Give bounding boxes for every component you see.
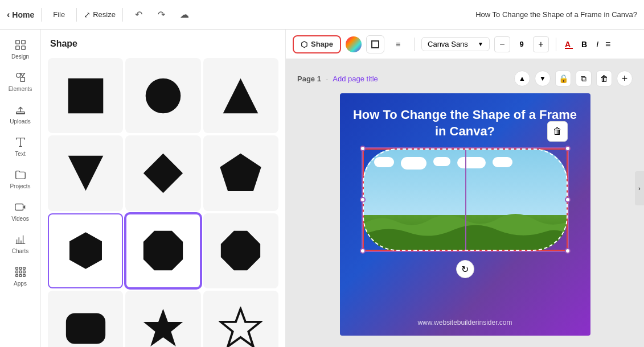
upload-icon [14, 104, 27, 116]
sidebar: Design Elements Uploads Text [0, 30, 41, 347]
star-solid-shape-icon [141, 307, 185, 347]
sidebar-item-uploads[interactable]: Uploads [2, 99, 39, 129]
handle-bottom-right[interactable] [565, 248, 571, 254]
octagon-shape-icon [141, 229, 185, 272]
video-icon [14, 201, 27, 213]
italic-label: I [596, 40, 598, 49]
sidebar-item-apps[interactable]: Apps [2, 261, 39, 291]
handle-middle-right[interactable] [565, 197, 571, 203]
slide-title: How To Change the Shape of a Frame in Ca… [351, 107, 579, 139]
home-nav[interactable]: ‹ Home [7, 10, 34, 20]
page-down-button[interactable]: ▼ [535, 71, 551, 86]
file-button[interactable]: File [48, 8, 69, 21]
font-size-decrease[interactable]: − [494, 36, 510, 52]
text-color-button[interactable]: A [563, 39, 575, 50]
shape-octagon2[interactable] [203, 213, 278, 288]
svg-marker-29 [143, 309, 183, 346]
page-delete-button[interactable]: 🗑 [596, 71, 612, 86]
shape-triangle[interactable] [203, 58, 278, 133]
toolbar-shape-button[interactable]: ⬡ Shape [293, 35, 341, 53]
bold-button[interactable]: B [579, 39, 589, 50]
main-area: Design Elements Uploads Text [0, 30, 644, 347]
handle-middle-left[interactable] [360, 197, 366, 203]
handle-bottom-left[interactable] [360, 248, 366, 254]
resize-button[interactable]: ⤢ Resize [84, 10, 116, 19]
cloud-save-button[interactable]: ☁ [175, 6, 194, 24]
apps-label: Apps [14, 280, 27, 287]
sidebar-item-elements[interactable]: Elements [2, 67, 39, 97]
add-page-title-button[interactable]: Add page title [333, 75, 378, 83]
menu-button[interactable]: ≡ [389, 35, 407, 53]
page-duplicate-button[interactable]: ⧉ [576, 71, 592, 86]
svg-rect-28 [66, 313, 105, 344]
svg-text:A: A [565, 40, 571, 49]
sidebar-item-design[interactable]: Design [2, 34, 39, 64]
uploads-label: Uploads [10, 118, 31, 125]
canvas-area: ⬡ Shape ≡ Canva Sans ▼ − 9 + [286, 30, 644, 347]
divider-2 [76, 8, 77, 22]
right-panel-toggle[interactable]: › [635, 171, 644, 205]
shape-pentagon[interactable] [203, 135, 278, 210]
svg-rect-3 [21, 46, 24, 49]
divider-1 [41, 8, 42, 22]
pentagon-shape-icon [219, 151, 262, 195]
color-picker-button[interactable] [346, 36, 362, 52]
divider-3 [122, 8, 123, 22]
document-title: How To Change the Shape of a Frame in Ca… [475, 10, 637, 19]
undo-button[interactable]: ↶ [130, 6, 148, 24]
sidebar-item-videos[interactable]: Videos [2, 196, 39, 226]
font-size-increase[interactable]: + [533, 36, 549, 52]
shape-octagon[interactable] [125, 213, 200, 288]
resize-label: Resize [93, 10, 116, 19]
sidebar-item-charts[interactable]: Charts [2, 229, 39, 259]
svg-rect-13 [15, 271, 18, 273]
font-family-selector[interactable]: Canva Sans ▼ [421, 37, 490, 51]
triangle-down-shape-icon [64, 151, 108, 195]
redo-button[interactable]: ↷ [153, 6, 171, 24]
toolbar-divider2 [556, 38, 556, 51]
star-outline-shape-icon [219, 307, 262, 347]
svg-rect-2 [15, 46, 19, 49]
frame-image [363, 148, 568, 251]
canvas-toolbar: ⬡ Shape ≡ Canva Sans ▼ − 9 + [286, 30, 644, 59]
handle-top-left[interactable] [360, 146, 366, 151]
topbar-left: ‹ Home File ⤢ Resize ↶ ↷ ☁ [7, 6, 194, 24]
frame-container[interactable]: 🗑 [363, 148, 568, 251]
diamond-shape-icon [141, 151, 185, 195]
shape-diamond[interactable] [125, 135, 200, 210]
svg-rect-1 [21, 40, 24, 44]
resize-icon: ⤢ [84, 10, 91, 19]
svg-marker-23 [143, 154, 183, 193]
shape-circle[interactable] [125, 58, 200, 133]
delete-frame-button[interactable]: 🗑 [547, 121, 568, 142]
home-label: Home [12, 10, 34, 19]
svg-point-20 [146, 78, 181, 113]
italic-button[interactable]: I [594, 39, 601, 50]
shape-panel: Shape [41, 30, 286, 347]
rounded-rect-shape-icon [64, 307, 108, 347]
shape-star-outline[interactable] [203, 291, 278, 347]
svg-rect-8 [15, 204, 23, 210]
sidebar-item-projects[interactable]: Projects [2, 164, 39, 194]
page-lock-button[interactable]: 🔒 [555, 71, 571, 86]
bold-label: B [581, 40, 587, 49]
add-page-button[interactable]: + [617, 71, 633, 86]
svg-rect-34 [372, 41, 379, 48]
shape-square[interactable] [48, 58, 123, 133]
svg-marker-25 [69, 232, 102, 269]
shape-triangle-down[interactable] [48, 135, 123, 210]
slide-canvas[interactable]: How To Change the Shape of a Frame in Ca… [340, 93, 590, 336]
frame-style-button[interactable] [366, 35, 384, 53]
align-button[interactable]: ≡ [605, 39, 610, 49]
shape-star-solid[interactable] [125, 291, 200, 347]
elements-icon [14, 71, 27, 84]
font-size-control: − 9 + [494, 36, 549, 52]
rotate-button[interactable]: ↻ [456, 260, 474, 278]
page-up-button[interactable]: ▲ [514, 71, 530, 86]
shape-hexagon-small[interactable] [48, 213, 123, 288]
shape-rounded-rect[interactable] [48, 291, 123, 347]
text-icon [14, 136, 27, 148]
octagon2-shape-icon [219, 229, 262, 272]
sidebar-item-text[interactable]: Text [2, 131, 39, 162]
handle-top-right[interactable] [565, 146, 571, 151]
